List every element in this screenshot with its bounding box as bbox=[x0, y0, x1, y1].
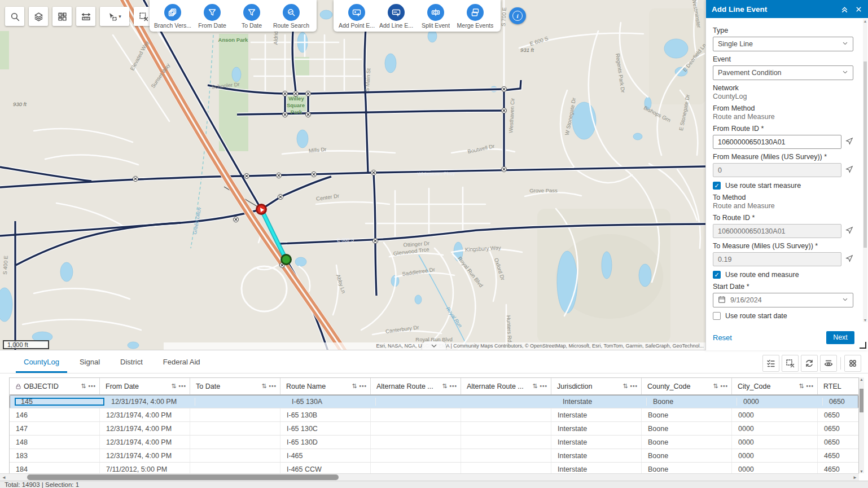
pick-from-route-on-map-icon[interactable] bbox=[845, 137, 853, 147]
event-select[interactable]: Pavement Condition bbox=[713, 65, 853, 80]
measure-button[interactable] bbox=[76, 7, 95, 26]
layers-button[interactable] bbox=[29, 7, 48, 26]
panel-resize-handle[interactable] bbox=[860, 342, 866, 349]
table-row[interactable]: 14612/31/1974, 4:00 PMI-65 130BInterstat… bbox=[10, 408, 858, 422]
panel-scrollbar[interactable]: ▲ ▼ bbox=[863, 19, 867, 322]
tab-federal-aid[interactable]: Federal Aid bbox=[155, 354, 208, 373]
table-horizontal-scrollbar[interactable]: ◄ ► bbox=[0, 473, 859, 481]
tool-label: From Date bbox=[198, 22, 226, 29]
table-row[interactable]: 1847/11/2012, 5:00 PMI-465 CCWInterstate… bbox=[10, 463, 858, 473]
pick-to-measure-on-map-icon[interactable] bbox=[845, 254, 853, 264]
column-header-from-date[interactable]: From Date⇅••• bbox=[100, 378, 190, 394]
scroll-down-arrow[interactable]: ▼ bbox=[859, 469, 864, 473]
refresh-button[interactable] bbox=[801, 355, 818, 372]
column-header-route-name[interactable]: Route Name⇅••• bbox=[280, 378, 371, 394]
checkbox-checked-icon: ✓ bbox=[713, 271, 721, 279]
tool-add-line-event[interactable]: Add Line E... bbox=[376, 0, 416, 32]
tool-add-point-event[interactable]: Add Point E... bbox=[337, 0, 376, 32]
pick-from-measure-on-map-icon[interactable] bbox=[845, 165, 853, 175]
column-header-city-code[interactable]: City_Code⇅••• bbox=[732, 378, 818, 394]
tool-filter[interactable]: From Date bbox=[192, 0, 232, 32]
scrollbar-thumb[interactable] bbox=[27, 474, 339, 480]
clear-table-selection-button[interactable] bbox=[782, 355, 799, 372]
use-route-end-measure-checkbox[interactable]: ✓ Use route end measure bbox=[713, 271, 853, 279]
tool-split-event[interactable]: Split Event bbox=[416, 0, 455, 32]
field-options-button[interactable] bbox=[844, 355, 861, 372]
basemap-button[interactable] bbox=[52, 7, 72, 26]
sort-icon[interactable]: ⇅ bbox=[799, 383, 804, 390]
tab-district[interactable]: District bbox=[112, 354, 151, 373]
scroll-up-arrow[interactable]: ▲ bbox=[863, 19, 867, 23]
column-menu-icon[interactable]: ••• bbox=[269, 383, 277, 389]
column-header-rtel[interactable]: RTEL bbox=[818, 378, 859, 394]
scrollbar-thumb[interactable] bbox=[863, 61, 867, 248]
merge-events-icon bbox=[467, 4, 484, 21]
table-row[interactable]: 14712/31/1974, 4:00 PMI-65 130CInterstat… bbox=[10, 422, 858, 436]
map-view[interactable]: Elevated WaySunset WayAnson ParkAldridge… bbox=[0, 0, 705, 350]
chevron-down-icon bbox=[431, 344, 437, 348]
table-row[interactable]: 18312/31/1974, 4:00 PMI-465InterstateBoo… bbox=[10, 449, 858, 463]
start-date-picker[interactable]: 9/16/2024 bbox=[713, 293, 853, 307]
filter-icon bbox=[243, 4, 260, 21]
column-header-alternate-route-[interactable]: Alternate Route ...⇅••• bbox=[371, 378, 461, 394]
attribution-collapse-tab[interactable] bbox=[422, 341, 446, 350]
scrollbar-thumb[interactable] bbox=[860, 389, 863, 412]
search-button[interactable] bbox=[5, 7, 24, 26]
sort-icon[interactable]: ⇅ bbox=[261, 383, 266, 390]
column-header-alternate-route-[interactable]: Alternate Route ...⇅••• bbox=[461, 378, 551, 394]
scroll-up-arrow[interactable]: ▲ bbox=[859, 377, 864, 381]
sort-icon[interactable]: ⇅ bbox=[532, 383, 537, 390]
route-end-marker[interactable] bbox=[282, 255, 291, 265]
sort-icon[interactable]: ⇅ bbox=[352, 383, 357, 390]
sort-icon[interactable]: ⇅ bbox=[442, 383, 447, 390]
table-vertical-scrollbar[interactable]: ▲ ▼ bbox=[859, 377, 864, 473]
scroll-down-arrow[interactable]: ▼ bbox=[863, 318, 867, 322]
route-start-marker[interactable] bbox=[257, 205, 266, 214]
collapse-icon[interactable] bbox=[841, 6, 848, 13]
tool-route-search[interactable]: Route Search bbox=[271, 0, 311, 32]
next-button[interactable]: Next bbox=[826, 331, 854, 344]
add-point-event-icon bbox=[348, 4, 365, 21]
to-route-id-input[interactable]: 10600000650130A01 bbox=[713, 224, 841, 238]
close-icon[interactable] bbox=[855, 6, 862, 13]
use-route-start-date-checkbox[interactable]: Use route start date bbox=[713, 312, 853, 320]
column-header-to-date[interactable]: To Date⇅••• bbox=[190, 378, 280, 394]
measure-icon bbox=[81, 12, 91, 21]
show-selected-records-button[interactable] bbox=[762, 355, 779, 372]
map-canvas[interactable]: Elevated WaySunset WayAnson ParkAldridge… bbox=[0, 0, 705, 350]
tab-signal[interactable]: Signal bbox=[72, 354, 108, 373]
sort-icon[interactable]: ⇅ bbox=[713, 383, 718, 390]
table-row[interactable]: 14512/31/1974, 4:00 PMI-65 130AInterstat… bbox=[10, 395, 858, 408]
column-menu-icon[interactable]: ••• bbox=[449, 383, 457, 389]
column-menu-icon[interactable]: ••• bbox=[630, 383, 638, 389]
sort-icon[interactable]: ⇅ bbox=[81, 383, 86, 390]
column-menu-icon[interactable]: ••• bbox=[88, 383, 96, 389]
tool-branch-versions[interactable]: Branch Vers... bbox=[153, 0, 192, 32]
sort-icon[interactable]: ⇅ bbox=[622, 383, 628, 390]
tool-filter[interactable]: To Date bbox=[232, 0, 271, 32]
column-menu-icon[interactable]: ••• bbox=[720, 383, 728, 389]
info-button[interactable]: i bbox=[509, 7, 526, 24]
from-route-id-input[interactable]: 10600000650130A01 bbox=[713, 135, 841, 149]
from-measure-label: From Measure (Miles (US Survey)) * bbox=[713, 153, 853, 161]
sort-icon[interactable]: ⇅ bbox=[171, 383, 176, 390]
column-header-county-code[interactable]: County_Code⇅••• bbox=[642, 378, 732, 394]
use-route-start-measure-checkbox[interactable]: ✓ Use route start measure bbox=[713, 182, 853, 190]
to-measure-input[interactable]: 0.19 bbox=[713, 252, 841, 266]
column-menu-icon[interactable]: ••• bbox=[178, 383, 186, 389]
column-menu-icon[interactable]: ••• bbox=[540, 383, 547, 389]
pick-to-route-on-map-icon[interactable] bbox=[845, 226, 853, 236]
column-header-objectid[interactable]: OBJECTID⇅••• bbox=[10, 378, 100, 394]
type-select[interactable]: Single Line bbox=[713, 37, 853, 51]
column-header-jurisdiction[interactable]: Jurisdiction⇅••• bbox=[551, 378, 642, 394]
column-menu-icon[interactable]: ••• bbox=[806, 383, 814, 389]
select-button[interactable]: ▾ bbox=[100, 7, 129, 26]
tool-merge-events[interactable]: Merge Events bbox=[455, 0, 495, 32]
column-menu-icon[interactable]: ••• bbox=[359, 383, 367, 389]
table-cell: Boone bbox=[642, 422, 732, 435]
table-row[interactable]: 14812/31/1974, 4:00 PMI-65 130DInterstat… bbox=[10, 436, 858, 449]
reset-button[interactable]: Reset bbox=[713, 333, 732, 342]
hide-columns-button[interactable] bbox=[820, 355, 837, 372]
from-measure-input[interactable]: 0 bbox=[713, 163, 841, 177]
tab-countylog[interactable]: CountyLog bbox=[16, 354, 67, 373]
